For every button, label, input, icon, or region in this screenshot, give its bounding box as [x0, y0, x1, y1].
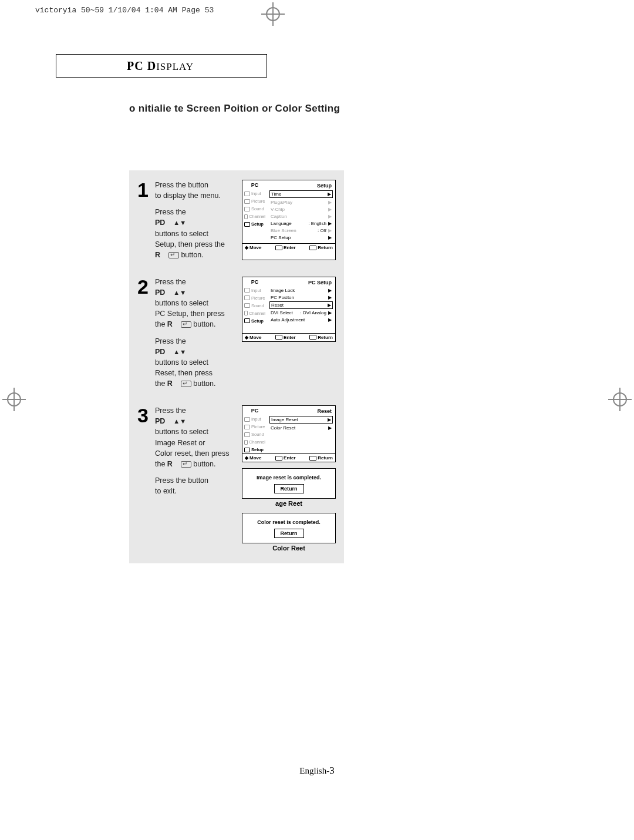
osd-title: PC Setup	[269, 278, 333, 287]
osd-setup: PC Input Picture Sound Channel Setup Set…	[242, 180, 336, 260]
enter-icon	[275, 246, 282, 250]
color-reset-caption: Color Reet	[242, 545, 336, 552]
step-text: Press the button to display the menu. Pr…	[155, 180, 237, 260]
title-d: D	[144, 59, 156, 72]
step-1: 1 Press the button to display the menu. …	[137, 180, 336, 260]
steps-panel: 1 Press the button to display the menu. …	[129, 170, 344, 563]
print-header: victoryia 50~59 1/10/04 1:04 AM Page 53	[35, 6, 214, 15]
osd-reset: PC Input Picture Sound Channel Setup Res…	[242, 405, 336, 462]
section-title-box: PC DISPLAY	[56, 54, 267, 78]
osd-side-header: PC	[242, 180, 267, 190]
message-text: Color reset is completed.	[246, 519, 332, 525]
color-reset-message: Color reset is completed. Return	[242, 513, 336, 543]
enter-icon	[168, 252, 179, 258]
osd-title: Reset	[269, 407, 333, 416]
osd-row: Time▶	[269, 190, 333, 198]
osd-footer: ◆ Move Enter Return	[242, 243, 335, 251]
title-isplay: ISPLAY	[156, 61, 194, 72]
message-text: Image reset is completed.	[246, 475, 332, 481]
step-number: 2	[137, 277, 150, 389]
registration-mark-top	[261, 2, 285, 26]
enter-icon	[181, 461, 191, 468]
registration-mark-right	[608, 388, 632, 411]
title-pc: PC	[127, 59, 144, 72]
step-text: Press the PD ▲▼ buttons to select Image …	[155, 405, 237, 552]
return-button[interactable]: Return	[274, 529, 304, 538]
step-number: 1	[137, 180, 150, 260]
image-reset-caption: age Reet	[242, 500, 336, 507]
step-2: 2 Press the PD ▲▼ buttons to select PC S…	[137, 277, 336, 389]
step-3: 3 Press the PD ▲▼ buttons to select Imag…	[137, 405, 336, 552]
page-heading: o nitialie te Screen Poition or Color Se…	[129, 103, 340, 115]
step-number: 3	[137, 405, 150, 552]
return-icon	[309, 246, 316, 250]
osd-title: Setup	[269, 182, 333, 190]
image-reset-message: Image reset is completed. Return	[242, 468, 336, 499]
step-text: Press the PD ▲▼ buttons to select PC Set…	[155, 277, 237, 389]
osd-pc-setup: PC Input Picture Sound Channel Setup PC …	[242, 277, 336, 342]
return-button[interactable]: Return	[274, 484, 304, 493]
enter-icon	[181, 381, 191, 387]
page-number: English-3	[0, 765, 634, 777]
registration-mark-left	[2, 388, 26, 411]
enter-icon	[181, 321, 191, 328]
